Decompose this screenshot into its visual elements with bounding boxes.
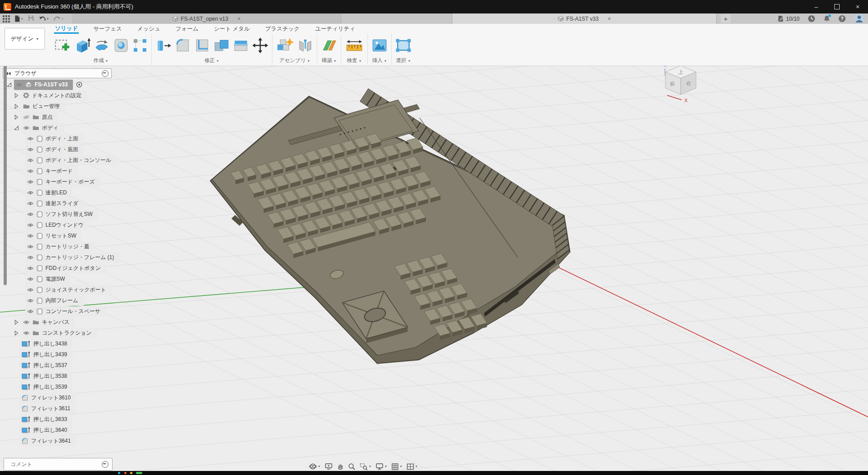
close-button[interactable]: × [847,0,868,13]
browser-row-18[interactable]: 電源SW [0,273,119,284]
browser-row-3[interactable]: 原点 [0,112,119,122]
browser-row-pill[interactable]: LEDウィンドウ [25,220,89,230]
display-settings-button[interactable]: ▼ [375,463,387,470]
model-fs-a1st[interactable] [210,89,570,363]
browser-row-pill[interactable]: リセットSW [25,231,81,241]
visibility-icon[interactable] [16,82,23,87]
file-menu-button[interactable]: ▼ [14,15,23,22]
avatar[interactable] [854,13,864,24]
browser-row-24[interactable]: 押し出し3438 [0,338,119,349]
select-box-icon[interactable] [395,37,411,54]
viewports-button[interactable]: ▼ [407,463,418,470]
browser-row-pill[interactable]: ソフト切り替えSW [25,209,98,220]
browser-row-5[interactable]: ボディ・上面 [0,133,119,144]
visibility-icon[interactable] [27,255,34,260]
browser-row-pill[interactable]: 押し出し3539 [20,382,72,392]
browser-minimize-icon[interactable] [102,70,108,77]
shell-icon[interactable] [194,37,210,54]
visibility-icon[interactable] [27,190,34,195]
browser-row-15[interactable]: カートリッジ・蓋 [0,241,119,252]
expand-arrow-icon[interactable] [14,331,18,336]
browser-row-pill[interactable]: 電源SW [25,274,70,284]
visibility-icon[interactable] [27,244,34,249]
browser-row-11[interactable]: 連射スライダ [0,198,119,209]
visibility-icon[interactable] [23,320,30,325]
browser-row-pill[interactable]: 連射LED [25,188,72,198]
pan-button[interactable] [337,463,344,471]
measure-icon[interactable] [345,37,364,54]
app-grid-icon[interactable] [3,15,10,22]
ribbon-tab-1[interactable]: サーフェス [92,24,123,34]
ribbon-group-label[interactable]: 作成▼ [54,56,148,64]
browser-row-14[interactable]: リセットSW [0,230,119,241]
press-pull-icon[interactable] [155,37,172,54]
browser-row-1[interactable]: ドキュメントの設定 [0,90,119,101]
browser-row-pill[interactable]: 押し出し3438 [20,339,72,349]
ribbon-tab-3[interactable]: フォーム [175,24,199,34]
ribbon-tab-4[interactable]: シート メタル [213,24,251,34]
grid-snaps-button[interactable]: ▼ [391,463,402,471]
browser-row-pill[interactable]: キーボード・ポーズ [25,177,100,187]
visibility-icon[interactable] [23,331,30,336]
visibility-icon[interactable] [27,287,34,292]
zoom-button[interactable] [348,463,356,471]
joint-icon[interactable] [297,37,313,54]
browser-row-30[interactable]: フィレット3611 [0,403,119,414]
browser-row-pill[interactable]: ドキュメントの設定 [21,90,87,101]
free-docs-counter[interactable]: 10/10 [778,15,800,22]
browser-row-pill[interactable]: キーボード [25,166,78,176]
visibility-icon[interactable] [27,169,34,174]
browser-row-17[interactable]: FDDイジェクトボタン [0,263,119,273]
ribbon-group-label[interactable]: 挿入▼ [371,56,388,64]
expand-arrow-icon[interactable] [14,93,18,98]
ribbon-tab-2[interactable]: メッシュ [136,24,161,34]
extrude-icon[interactable] [73,37,90,54]
job-status-clock-icon[interactable] [808,15,815,22]
browser-row-2[interactable]: ビュー管理 [0,101,119,112]
new-component-icon[interactable] [276,37,294,54]
visibility-icon[interactable] [27,136,34,141]
expand-arrow-icon[interactable] [14,115,18,120]
browser-row-12[interactable]: ソフト切り替えSW [0,209,119,220]
browser-row-16[interactable]: カートリッジ・フレーム (1) [0,252,119,263]
fillet-icon[interactable] [175,37,191,54]
browser-row-pill[interactable]: カートリッジ・フレーム (1) [25,252,119,263]
redo-button[interactable]: ▼ [54,16,64,22]
browser-row-pill[interactable]: 押し出し3439 [20,350,72,360]
combine-icon[interactable] [213,37,230,54]
visibility-icon[interactable] [27,179,34,184]
browser-row-6[interactable]: ボディ・底面 [0,144,119,155]
comment-minimize-icon[interactable] [102,461,108,468]
doc-tab-fs-a1st-open[interactable]: FS-A1ST_open v13 × [72,13,341,24]
workspace-switcher[interactable]: デザイン▼ [5,28,45,49]
browser-row-pill[interactable]: ジョイスティックポート [25,285,112,295]
new-tab-button[interactable]: + [721,14,731,23]
browser-row-23[interactable]: コンストラクション [0,327,119,338]
construction-plane-icon[interactable] [321,37,337,54]
maximize-button[interactable] [827,0,847,13]
browser-row-13[interactable]: LEDウィンドウ [0,220,119,230]
browser-header[interactable]: ブラウザ [3,68,112,78]
activate-component-icon[interactable] [76,81,82,88]
browser-row-4[interactable]: ボディ [0,122,119,133]
browser-row-pill[interactable]: ボディ・上面 [25,134,84,144]
browser-row-pill[interactable]: コンストラクション [21,328,97,338]
ribbon-group-label[interactable]: 検査▼ [345,56,364,64]
undo-button[interactable]: ▼ [39,16,49,22]
help-icon[interactable]: ? [838,15,846,22]
browser-row-pill[interactable]: カートリッジ・蓋 [25,242,95,252]
expand-arrow-icon[interactable] [14,320,18,325]
visibility-icon[interactable] [27,147,34,152]
pattern-icon[interactable] [132,38,148,53]
orbit-button[interactable]: ▼ [309,462,321,471]
browser-row-pill[interactable]: ボディ [21,123,64,133]
browser-row-32[interactable]: 押し出し3640 [0,425,119,435]
browser-row-pill[interactable]: 内部フレーム [25,296,84,306]
revolve-icon[interactable] [94,37,110,54]
browser-row-pill[interactable]: フィレット3641 [20,436,76,446]
look-at-button[interactable] [325,463,333,470]
visibility-icon[interactable] [27,266,34,271]
browser-row-pill[interactable]: 連射スライダ [25,198,84,209]
collapse-arrow-icon[interactable] [7,82,12,87]
browser-row-0[interactable]: FS-A1ST v33 [0,79,119,90]
